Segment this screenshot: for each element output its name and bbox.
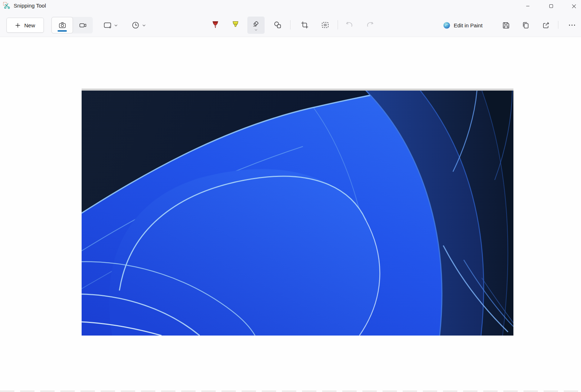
clock-icon xyxy=(131,21,140,29)
undo-button[interactable] xyxy=(341,17,357,33)
crop-button[interactable] xyxy=(297,17,312,33)
edit-in-paint-label: Edit in Paint xyxy=(454,22,482,28)
window-chrome: Snipping Tool New xyxy=(0,0,581,37)
capture-mode-toggle xyxy=(51,17,93,33)
bottom-edge-artifact xyxy=(0,391,581,392)
eraser-icon xyxy=(252,20,260,28)
captured-screenshot[interactable] xyxy=(82,88,513,336)
more-options-button[interactable] xyxy=(565,18,579,32)
shapes-button[interactable] xyxy=(270,17,285,33)
toolbar-divider xyxy=(558,21,558,29)
snipping-tool-logo-icon xyxy=(3,2,11,10)
share-button[interactable] xyxy=(539,18,553,32)
ellipsis-icon xyxy=(568,21,576,29)
delay-dropdown[interactable] xyxy=(127,18,150,32)
video-camera-icon xyxy=(79,21,87,29)
crop-icon xyxy=(300,20,309,29)
eraser-button[interactable] xyxy=(247,17,265,34)
highlighter-button[interactable] xyxy=(228,17,243,33)
window-title: Snipping Tool xyxy=(14,0,46,12)
copy-icon xyxy=(521,21,530,29)
undo-icon xyxy=(345,20,354,29)
edit-in-paint-button[interactable]: Edit in Paint xyxy=(439,18,487,32)
screenshot-mode-button[interactable] xyxy=(51,17,73,33)
close-button[interactable] xyxy=(565,0,581,12)
highlighter-icon xyxy=(231,20,240,29)
redo-button[interactable] xyxy=(362,17,378,33)
snip-shape-dropdown[interactable] xyxy=(99,18,122,32)
selected-mode-underline xyxy=(58,30,67,32)
chevron-down-icon xyxy=(254,28,258,32)
save-button[interactable] xyxy=(499,18,513,32)
ballpoint-pen-button[interactable] xyxy=(207,17,223,33)
maximize-button[interactable] xyxy=(542,0,560,12)
toolbar-divider xyxy=(290,20,290,29)
text-actions-button[interactable] xyxy=(317,17,333,33)
shapes-icon xyxy=(273,20,282,29)
paint-app-icon xyxy=(443,22,450,29)
copy-button[interactable] xyxy=(518,18,533,32)
ballpoint-pen-icon xyxy=(211,20,220,29)
redo-icon xyxy=(366,20,375,29)
save-icon xyxy=(502,21,511,30)
bloom-wallpaper-image xyxy=(82,91,513,336)
editor-canvas xyxy=(0,37,581,392)
chevron-down-icon xyxy=(142,23,146,27)
minimize-icon xyxy=(525,4,530,9)
titlebar[interactable]: Snipping Tool xyxy=(0,0,581,12)
close-icon xyxy=(571,4,577,9)
minimize-button[interactable] xyxy=(519,0,537,12)
new-snip-button[interactable]: New xyxy=(6,18,44,33)
camera-icon xyxy=(58,21,67,29)
share-icon xyxy=(542,21,550,29)
new-snip-label: New xyxy=(24,22,35,28)
maximize-icon xyxy=(549,4,554,9)
rectangle-snip-icon xyxy=(103,21,112,29)
text-actions-icon xyxy=(321,20,330,29)
chevron-down-icon xyxy=(114,23,118,27)
toolbar-divider xyxy=(338,20,338,29)
video-mode-button[interactable] xyxy=(73,17,93,33)
plus-icon xyxy=(15,23,20,28)
